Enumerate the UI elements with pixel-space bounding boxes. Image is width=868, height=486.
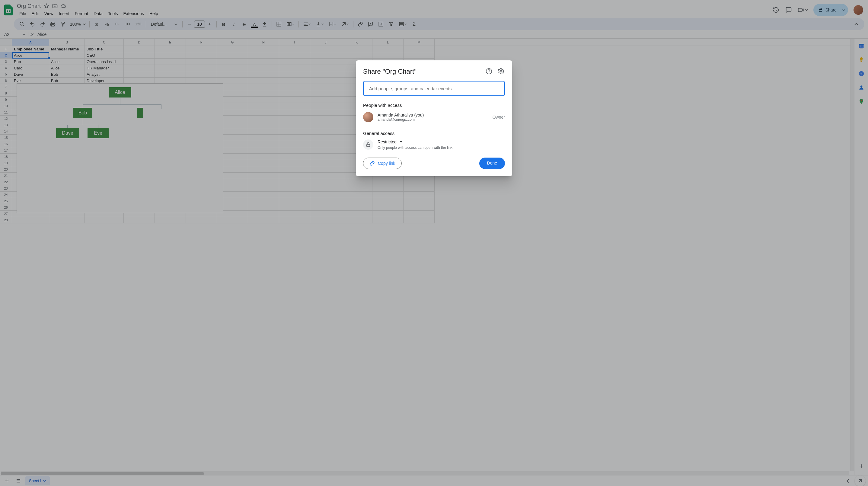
people-access-title: People with access: [363, 103, 505, 108]
copy-link-button[interactable]: Copy link: [363, 158, 402, 169]
dialog-title: Share "Org Chart": [363, 68, 486, 75]
svg-point-17: [500, 70, 502, 72]
svg-rect-18: [367, 144, 370, 147]
person-row: Amanda Athuraliya (you) amanda@cinergix.…: [363, 112, 505, 122]
general-access-title: General access: [363, 131, 505, 136]
add-people-input[interactable]: [369, 86, 499, 91]
gear-icon[interactable]: [498, 68, 505, 75]
access-description: Only people with access can open with th…: [378, 146, 453, 150]
access-level-label: Restricted: [378, 140, 397, 144]
help-icon[interactable]: [486, 68, 493, 75]
modal-scrim[interactable]: Share "Org Chart" People with access Ama…: [0, 0, 868, 486]
person-avatar: [363, 112, 373, 122]
person-role: Owner: [493, 115, 505, 120]
copy-link-label: Copy link: [378, 161, 395, 166]
lock-icon: [363, 140, 373, 150]
access-level-select[interactable]: Restricted: [378, 140, 453, 144]
done-button[interactable]: Done: [479, 158, 505, 169]
share-dialog: Share "Org Chart" People with access Ama…: [356, 60, 512, 176]
person-name: Amanda Athuraliya (you): [378, 113, 424, 117]
add-people-input-wrap[interactable]: [363, 81, 505, 96]
done-label: Done: [487, 160, 497, 165]
person-email: amanda@cinergix.com: [378, 117, 424, 122]
